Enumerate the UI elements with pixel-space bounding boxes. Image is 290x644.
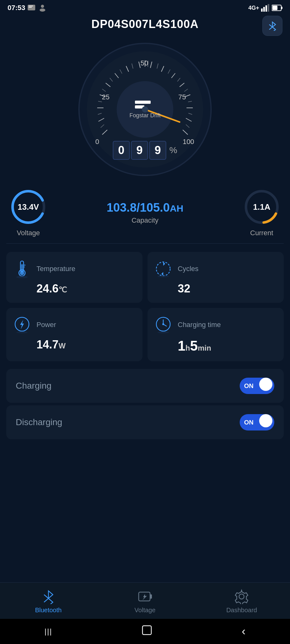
svg-rect-5 [261,8,263,12]
cycles-header: Cycles [154,259,277,278]
power-icon [13,315,31,334]
charging-label: Charging [16,381,52,391]
nav-voltage[interactable]: Voltage [126,589,164,614]
capacity-total: 105.0 [140,201,170,214]
device-title: DP04S007L4S100A [91,18,198,31]
svg-rect-85 [142,626,151,635]
capacity-current: 103.8 [107,201,137,214]
status-right: 4G+ [248,4,282,12]
digit-0: 0 [113,141,130,160]
current-value: 1.1A [253,202,270,212]
voltage-metric: 13.4V Voltage [9,188,47,237]
voltage-value: 13.4V [18,202,39,212]
svg-point-58 [142,106,148,113]
power-header: Power [13,315,136,334]
cycles-icon [154,259,173,278]
discharging-thumb [259,414,272,427]
clock-icon [154,315,173,334]
capacity-unit: AH [170,203,183,214]
temperature-label: Temperature [36,265,75,273]
charging-on-text: ON [244,382,254,390]
svg-line-45 [148,61,148,67]
signal-icon [261,4,270,12]
battery-icon [272,4,282,11]
svg-line-12 [269,25,272,27]
nav-dashboard[interactable]: Dashboard [223,589,260,614]
svg-point-70 [16,276,28,278]
gauge-wrapper: 0 25 50 75 100 [76,40,214,179]
digit-2: 9 [149,141,166,160]
capacity-metric: 103.8/105.0AH Capacity [107,201,183,225]
svg-text:0: 0 [95,138,99,146]
divider-1 [6,243,284,244]
network-type: 4G+ [248,5,259,11]
status-bar: 07:53 4G+ [0,0,290,14]
person-icon [39,4,46,12]
charging-thumb [259,378,272,391]
metrics-row: 13.4V Voltage 103.8/105.0AH Capacity 1.1… [0,179,290,240]
bluetooth-nav-icon [41,589,56,604]
svg-rect-10 [272,6,277,10]
android-recents[interactable]: ||| [35,624,62,639]
current-label: Current [250,229,273,237]
discharging-toggle-row: Discharging ON [6,405,284,439]
cards-grid: Temperature 24.6℃ Cycles 3 [0,247,290,366]
charging-toggle[interactable]: ON [240,378,274,394]
gauge-container: 0 25 50 75 100 [0,37,290,179]
android-home[interactable] [132,621,162,641]
battery-nav-icon [137,589,153,604]
voltage-label: Voltage [17,229,40,237]
svg-line-13 [269,27,272,30]
svg-rect-83 [150,594,152,599]
thermometer-icon [13,259,31,278]
svg-rect-6 [263,7,265,12]
charging-time-label: Charging time [178,321,221,329]
discharging-label: Discharging [16,417,62,427]
temperature-header: Temperature [13,259,136,278]
svg-rect-2 [29,7,32,8]
nav-bluetooth-label: Bluetooth [35,607,62,614]
discharging-toggle[interactable]: ON [240,414,274,430]
svg-text:Fogstar Drift: Fogstar Drift [129,112,160,119]
capacity-value: 103.8/105.0AH [107,201,183,214]
power-label: Power [36,321,56,329]
status-time: 07:53 [8,4,25,12]
cycles-label: Cycles [178,265,198,273]
charging-time-value: 1h5min [178,338,277,354]
header: DP04S007L4S100A [0,14,290,37]
bottom-nav: Bluetooth Voltage Dashboard [0,582,290,619]
charging-time-card: Charging time 1h5min [148,308,284,361]
cycles-value: 32 [178,282,277,295]
charging-time-header: Charging time [154,315,277,334]
svg-rect-7 [265,5,267,12]
svg-point-74 [16,331,28,333]
status-left: 07:53 [8,4,46,12]
nav-dashboard-label: Dashboard [226,607,257,614]
notification-icon [28,4,36,12]
svg-text:25: 25 [102,93,109,101]
digit-1: 9 [131,141,148,160]
svg-text:100: 100 [183,138,194,146]
power-card: Power 14.7W [6,308,142,361]
svg-rect-11 [281,7,282,9]
voltage-ring: 13.4V [9,188,47,226]
svg-point-84 [239,594,244,599]
bluetooth-button[interactable] [262,16,282,36]
android-nav: ||| ‹ [0,619,290,644]
cycles-card: Cycles 32 [148,252,284,303]
nav-bluetooth[interactable]: Bluetooth [30,589,67,614]
capacity-label: Capacity [131,216,159,225]
svg-line-81 [44,598,48,602]
temperature-card: Temperature 24.6℃ [6,252,142,303]
nav-voltage-label: Voltage [135,607,156,614]
discharging-on-text: ON [244,419,254,426]
power-value: 14.7W [36,338,136,351]
charging-toggle-row: Charging ON [6,369,284,403]
temperature-value: 24.6℃ [36,282,136,295]
android-back[interactable]: ‹ [232,622,255,641]
svg-point-78 [162,323,164,325]
svg-line-80 [44,595,48,598]
svg-text:50: 50 [141,59,148,67]
svg-rect-55 [135,101,151,104]
current-ring: 1.1A [243,188,281,226]
